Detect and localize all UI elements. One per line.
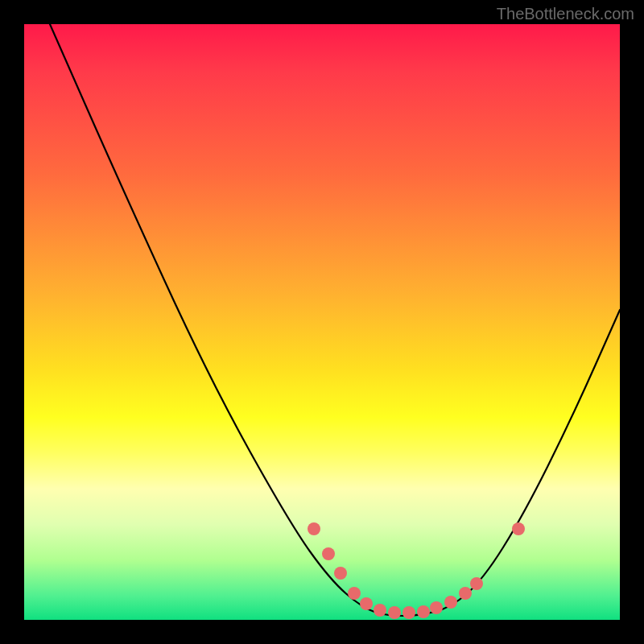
data-dot (334, 567, 347, 580)
data-dot (417, 605, 430, 618)
chart-svg (24, 24, 620, 620)
watermark: TheBottleneck.com (497, 5, 634, 23)
data-dot (402, 606, 415, 619)
data-dot (444, 596, 457, 609)
data-dots-group (308, 522, 525, 619)
plot-area (24, 24, 620, 620)
data-dot (388, 606, 401, 619)
data-dot (459, 587, 472, 600)
data-dot (374, 604, 386, 617)
data-dot (348, 587, 361, 600)
data-dot (308, 522, 320, 535)
data-dot (430, 601, 443, 614)
data-dot (470, 577, 483, 590)
data-dot (512, 522, 525, 535)
data-dot (360, 597, 373, 610)
bottleneck-curve-line (50, 24, 620, 616)
data-dot (322, 547, 335, 560)
